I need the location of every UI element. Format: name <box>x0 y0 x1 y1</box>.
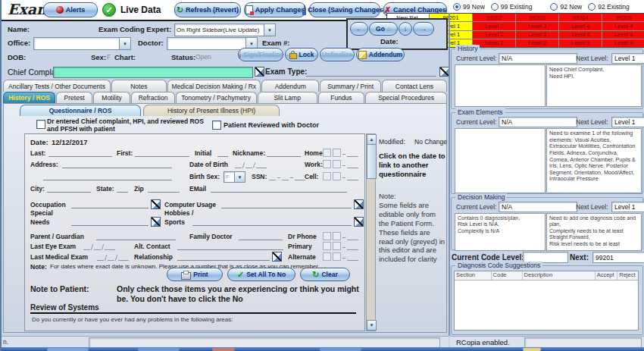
status-right-field <box>524 337 642 348</box>
clear-button[interactable]: ↻ Clear <box>300 268 350 281</box>
history-current-detail <box>455 64 546 107</box>
sign-finalize-button[interactable]: Sign/Finalize <box>238 48 283 61</box>
tab-notes[interactable]: Notes <box>111 80 167 92</box>
set-all-to-no-button[interactable]: ✓ Set All To No <box>227 268 295 281</box>
occupation-edit-icon[interactable] <box>151 199 161 209</box>
tab-ancillary-tests[interactable]: Ancillary Tests / Other Documents <box>3 80 111 92</box>
special-needs-input[interactable] <box>71 218 148 226</box>
form-date-value[interactable]: 12/12/2017 <box>52 138 88 146</box>
scroll-thumb[interactable] <box>367 144 377 179</box>
office-dropdown-button[interactable]: ▼ <box>119 37 131 50</box>
coding-expert-label: Exam Coding Expert: <box>98 25 171 33</box>
relationship-input[interactable] <box>177 253 270 261</box>
live-data-check-icon: ✓ <box>102 3 116 17</box>
occupation-input[interactable] <box>71 201 148 208</box>
apply-changes-button[interactable]: Apply Changes <box>244 2 306 17</box>
date-of-birth-label: Date of Birth <box>189 161 228 168</box>
decision-making-current-value: N/A <box>499 202 577 212</box>
tab-row-upper: Ancillary Tests / Other Documents Notes … <box>3 80 447 92</box>
office-label: Office: <box>8 39 30 47</box>
close-button[interactable]: Close (Saving Changes) <box>309 2 380 17</box>
dr-entered-checkbox[interactable] <box>36 120 45 129</box>
print-button[interactable]: Print <box>167 268 223 281</box>
unfinalize-button[interactable]: Unfinalize <box>320 48 355 61</box>
prev-exam-button[interactable]: ← <box>350 22 368 36</box>
form-scrollbar[interactable]: ▲ ▼ <box>366 133 376 331</box>
tab-history-ros[interactable]: History / ROS <box>3 92 55 103</box>
tab-fundus[interactable]: Fundus <box>318 92 364 103</box>
last-medical-exam-date-field[interactable] <box>97 254 129 261</box>
history-current-label: Current Level: <box>456 55 496 62</box>
exam-type-input[interactable] <box>306 67 436 77</box>
radio-92-new[interactable]: 92 New <box>550 3 582 11</box>
note-to-patient-label: Note to Patient: <box>30 284 89 293</box>
tab-contact-lens[interactable]: Contact Lens <box>382 80 447 92</box>
ssn-field <box>269 174 305 180</box>
chief-complaint-edit-icon[interactable] <box>255 67 264 77</box>
modified-label: Modified: <box>379 138 405 146</box>
scroll-up-button[interactable]: ▲ <box>367 134 377 145</box>
parent-guardian-input[interactable] <box>96 233 176 240</box>
addendum-button[interactable]: Addendum <box>356 48 405 61</box>
special-label-1: Special <box>30 209 53 217</box>
current-code-level-label: Current Code Level: <box>452 253 524 262</box>
radio-99-existing[interactable]: 99 Existing <box>491 3 533 11</box>
coding-expert-select[interactable]: On Right Sidebar(Live Update) <box>174 24 265 36</box>
zip-input <box>148 185 180 193</box>
taskbar-item[interactable] <box>523 348 541 351</box>
down-button[interactable]: ↓ <box>399 22 412 36</box>
lock-button[interactable]: Lock <box>285 48 318 61</box>
subtab-hpi[interactable]: History of Present Illness (HPI) <box>143 105 280 116</box>
refresh-button[interactable]: ↻ Refresh (Revert) <box>174 2 241 17</box>
tab-tonometry[interactable]: Tonometry / Pachymetry <box>176 92 257 103</box>
subtab-questionnaire-ros[interactable]: Questionnaire / ROS <box>20 105 141 116</box>
patient-reviewed-checkbox[interactable] <box>212 121 221 130</box>
taskbar-item[interactable] <box>212 348 235 351</box>
relationship-edit-icon[interactable] <box>272 252 282 262</box>
scroll-down-button[interactable]: ▼ <box>367 320 377 331</box>
family-doctor-label: Family Doctor <box>189 233 233 240</box>
birth-sex-dropdown-button[interactable]: ▼ <box>234 171 245 183</box>
tab-slit-lamp[interactable]: Slit Lamp <box>258 92 317 103</box>
diag-col-section: Section <box>455 271 492 280</box>
taskbar-item[interactable] <box>47 348 89 351</box>
alt-contact-input[interactable] <box>177 243 283 250</box>
doctor-select[interactable] <box>167 37 250 50</box>
tab-refraction[interactable]: Refraction <box>131 92 174 103</box>
tab-special-procedures[interactable]: Special Procedures <box>365 92 447 103</box>
taskbar-item[interactable] <box>320 348 361 351</box>
alerts-button[interactable]: Alerts <box>43 2 98 17</box>
tab-summary-print[interactable]: Summary / Print <box>320 80 380 92</box>
tab-addendum[interactable]: Addendum <box>261 80 319 92</box>
computer-usage-input[interactable] <box>221 201 352 208</box>
last-eye-exam-date-field[interactable] <box>83 243 115 250</box>
tab-pretest[interactable]: Pretest <box>56 92 92 103</box>
next-exam-button[interactable]: → <box>413 22 434 36</box>
tab-motility[interactable]: Motility <box>93 92 131 103</box>
exam-elements-next-label: Next Level: <box>576 118 608 126</box>
cell: Level 4 <box>559 31 602 39</box>
apply-icon <box>245 5 253 14</box>
coding-expert-dropdown-button[interactable]: ▼ <box>264 24 276 36</box>
radio-92-existing[interactable]: 92 Existing <box>588 3 630 11</box>
taskbar-item[interactable] <box>138 348 180 351</box>
cell: Level 2 <box>473 31 515 39</box>
email-input[interactable] <box>211 185 347 193</box>
computer-usage-edit-icon[interactable] <box>354 199 364 209</box>
computer-usage-label: Computer Usage <box>164 201 216 208</box>
chief-complaint-input[interactable] <box>53 67 253 78</box>
hobbies-sports-input[interactable] <box>192 218 352 226</box>
special-needs-edit-icon[interactable] <box>151 217 161 227</box>
cell: 99203 <box>516 14 558 21</box>
office-select[interactable] <box>33 37 123 50</box>
radio-99-new[interactable]: 99 New <box>453 3 485 11</box>
hobbies-sports-edit-icon[interactable] <box>354 217 364 227</box>
tab-mdm-rx[interactable]: Medical Decision Making / Rx <box>167 80 261 92</box>
go-button[interactable]: Go ⌂ <box>369 22 398 36</box>
decision-making-current-detail: Contains 0 diagnosis/plan, Risk Level is… <box>455 213 546 251</box>
diagnosis-suggestions-title: Diagnosis Code Suggestions <box>455 262 542 269</box>
family-doctor-input[interactable] <box>239 233 283 240</box>
coding-option-panel: 99 New 99 Existing 92 New 92 Existing <box>450 0 644 14</box>
cell: 99202 <box>473 14 515 21</box>
cell: Level 4 <box>602 39 644 47</box>
